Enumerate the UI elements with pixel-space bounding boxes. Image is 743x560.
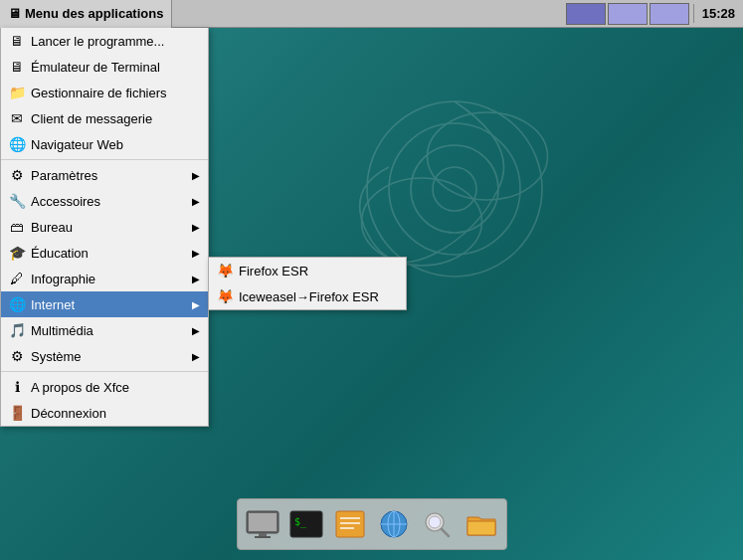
menu-separator-2 (1, 371, 208, 372)
svg-rect-14 (340, 522, 360, 524)
app-menu-icon: 🖥 (8, 6, 21, 21)
svg-rect-15 (340, 527, 354, 529)
bureau-icon: 🗃 (9, 219, 25, 235)
dock-search-icon (420, 509, 456, 539)
taskbar-window-2[interactable] (608, 3, 648, 25)
internet-icon: 🌐 (9, 296, 25, 312)
svg-rect-7 (249, 513, 277, 531)
menu-item-infographie-label: Infographie (31, 272, 186, 286)
arrow-icon-infographie: ▶ (192, 274, 200, 284)
terminal-icon: 🖥 (9, 59, 25, 75)
menu-item-terminal[interactable]: 🖥 Émulateur de Terminal (1, 54, 208, 80)
taskbar-window-1[interactable] (566, 3, 606, 25)
menu-item-infographie[interactable]: 🖊 Infographie ▶ (1, 266, 208, 291)
arrow-icon-accessories: ▶ (192, 196, 200, 207)
multimedia-icon: 🎵 (9, 322, 25, 338)
menu-item-files-label: Gestionnaire de fichiers (31, 86, 200, 100)
svg-point-5 (362, 178, 482, 266)
menu-item-internet[interactable]: 🌐 Internet ▶ (1, 291, 208, 317)
arrow-icon-multimedia: ▶ (192, 325, 200, 336)
svg-point-4 (428, 112, 548, 200)
svg-line-22 (442, 529, 449, 536)
arrow-icon-systeme: ▶ (192, 351, 200, 362)
dock-files-icon (464, 509, 499, 539)
menu-item-logout-label: Déconnexion (31, 406, 200, 421)
web-icon: 🌐 (9, 136, 25, 152)
dock-item-browser[interactable] (373, 503, 415, 545)
app-menu-button[interactable]: 🖥 Menu des applications (0, 0, 172, 28)
arrow-icon-education: ▶ (192, 248, 200, 259)
svg-rect-9 (255, 536, 271, 538)
taskbar-dock: $_ (237, 498, 507, 550)
svg-rect-13 (340, 517, 360, 519)
menu-item-accessories[interactable]: 🔧 Accessoires ▶ (1, 188, 208, 214)
menu-item-about[interactable]: ℹ A propos de Xfce (1, 374, 208, 400)
taskbar-window-3[interactable] (650, 3, 689, 25)
svg-rect-23 (467, 521, 495, 535)
menu-item-launch[interactable]: 🖥 Lancer le programme... (1, 28, 208, 54)
arrow-icon-bureau: ▶ (192, 222, 200, 233)
logout-icon: 🚪 (9, 405, 25, 421)
menu-item-settings-label: Paramètres (31, 168, 186, 183)
svg-point-0 (367, 101, 542, 277)
svg-point-21 (429, 516, 441, 528)
dock-browser-icon (376, 509, 412, 539)
app-menu-label: Menu des applications (25, 6, 163, 21)
menu-item-bureau-label: Bureau (31, 220, 186, 235)
svg-text:$_: $_ (294, 516, 307, 528)
submenu-item-firefox[interactable]: 🦊 Firefox ESR (209, 258, 406, 283)
svg-point-2 (411, 145, 498, 233)
menu-item-launch-label: Lancer le programme... (31, 34, 200, 49)
menu-item-settings[interactable]: ⚙ Paramètres ▶ (1, 162, 208, 188)
dock-item-files[interactable] (461, 503, 502, 545)
education-icon: 🎓 (9, 245, 25, 261)
dock-terminal-icon: $_ (288, 509, 324, 539)
menu-item-browser-label: Navigateur Web (31, 137, 200, 152)
desktop: 🖥 Menu des applications 15:28 🖥 Lancer l… (0, 0, 743, 560)
iceweasel-icon: 🦊 (217, 288, 233, 304)
menu-item-accessories-label: Accessoires (31, 194, 186, 209)
svg-rect-8 (259, 533, 267, 536)
submenu-item-iceweasel[interactable]: 🦊 Iceweasel→Firefox ESR (209, 283, 406, 309)
menu-separator-1 (1, 159, 208, 160)
folder-icon: 📁 (9, 85, 25, 100)
menu-item-systeme[interactable]: ⚙ Système ▶ (1, 343, 208, 369)
accessories-icon: 🔧 (9, 193, 25, 209)
dock-item-notes[interactable] (329, 503, 371, 545)
systeme-icon: ⚙ (9, 348, 25, 364)
menu-item-education[interactable]: 🎓 Éducation ▶ (1, 240, 208, 266)
menu-item-files[interactable]: 📁 Gestionnaire de fichiers (1, 80, 208, 105)
menu-item-browser[interactable]: 🌐 Navigateur Web (1, 131, 208, 157)
menu-item-about-label: A propos de Xfce (31, 380, 200, 395)
about-icon: ℹ (9, 379, 25, 395)
menu-item-mail-label: Client de messagerie (31, 111, 200, 126)
svg-point-1 (389, 123, 520, 255)
dock-notes-icon (332, 509, 368, 539)
menu-item-systeme-label: Système (31, 349, 186, 364)
menu-item-multimedia[interactable]: 🎵 Multimédia ▶ (1, 317, 208, 343)
gear-icon: ⚙ (9, 167, 25, 183)
menu-item-education-label: Éducation (31, 246, 186, 261)
menu-item-logout[interactable]: 🚪 Déconnexion (1, 400, 208, 426)
taskbar: 🖥 Menu des applications 15:28 (0, 0, 743, 28)
infographie-icon: 🖊 (9, 271, 25, 286)
arrow-icon: ▶ (192, 170, 200, 181)
taskbar-clock: 15:28 (693, 4, 743, 23)
dock-item-search[interactable] (417, 503, 459, 545)
computer-icon: 🖥 (9, 33, 25, 49)
main-menu: 🖥 Lancer le programme... 🖥 Émulateur de … (0, 28, 209, 427)
menu-item-multimedia-label: Multimédia (31, 323, 186, 338)
firefox-icon: 🦊 (217, 263, 233, 279)
dock-item-terminal[interactable]: $_ (285, 503, 327, 545)
mail-icon: ✉ (9, 110, 25, 126)
menu-item-internet-label: Internet (31, 297, 186, 312)
dock-item-monitor[interactable] (242, 503, 283, 545)
svg-point-3 (433, 167, 476, 211)
taskbar-windows (566, 3, 689, 25)
dock-monitor-icon (245, 509, 280, 539)
internet-submenu: 🦊 Firefox ESR 🦊 Iceweasel→Firefox ESR (208, 257, 407, 310)
menu-item-mail[interactable]: ✉ Client de messagerie (1, 105, 208, 131)
menu-item-bureau[interactable]: 🗃 Bureau ▶ (1, 214, 208, 240)
arrow-icon-internet: ▶ (192, 299, 200, 310)
submenu-item-firefox-label: Firefox ESR (239, 264, 398, 279)
